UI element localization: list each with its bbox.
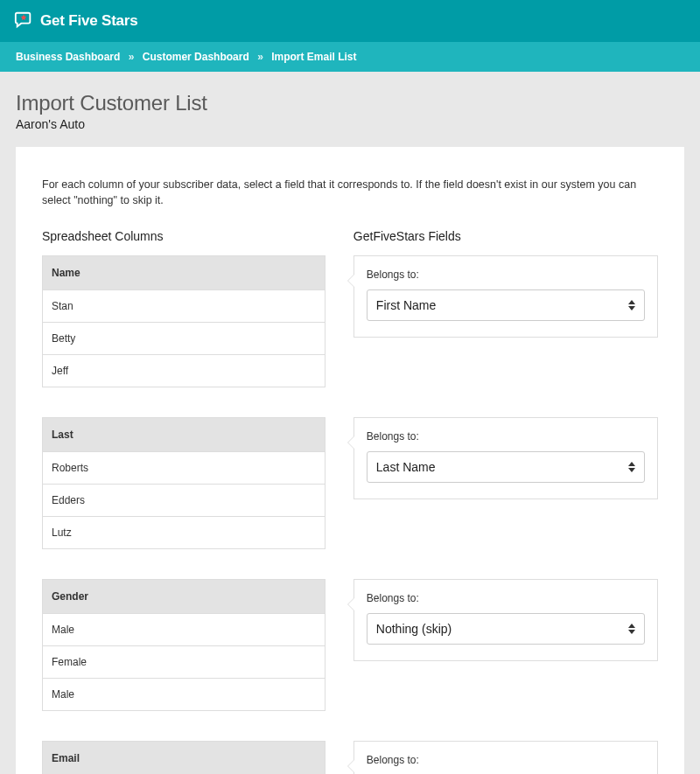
- spreadsheet-column-preview: Email stan@gmail.com betty@gmail.com jef…: [42, 741, 326, 774]
- column-sample-cell: Male: [43, 614, 325, 646]
- page-subtitle: Aaron's Auto: [0, 115, 700, 147]
- column-sample-cell: Jeff: [43, 355, 325, 387]
- column-header: Last: [43, 418, 325, 452]
- spreadsheet-column-preview: Name Stan Betty Jeff: [42, 255, 326, 387]
- field-select-value: First Name: [376, 298, 436, 312]
- breadcrumb-separator: »: [257, 51, 263, 63]
- select-arrows-icon: [628, 300, 635, 310]
- mapping-row: Last Roberts Edders Lutz Belongs to: Las…: [42, 417, 658, 549]
- column-header: Email: [43, 742, 325, 774]
- field-select[interactable]: First Name: [367, 289, 645, 321]
- mapping-row: Email stan@gmail.com betty@gmail.com jef…: [42, 741, 658, 774]
- column-sample-cell: Stan: [43, 290, 325, 323]
- column-sample-cell: Female: [43, 646, 325, 679]
- field-mapping-box: Belongs to: First Name: [354, 255, 658, 338]
- spreadsheet-column-preview: Gender Male Female Male: [42, 579, 326, 711]
- breadcrumb-item-customer[interactable]: Customer Dashboard: [143, 51, 249, 63]
- instructions-text: For each column of your subscriber data,…: [42, 177, 658, 208]
- breadcrumb-separator: »: [129, 51, 135, 63]
- breadcrumb-item-business[interactable]: Business Dashboard: [16, 51, 120, 63]
- field-select[interactable]: Last Name: [367, 451, 645, 483]
- field-mapping-box: Belongs to: Last Name: [354, 417, 658, 499]
- column-sample-cell: Roberts: [43, 452, 325, 485]
- belongs-to-label: Belongs to:: [367, 430, 645, 443]
- field-select[interactable]: Nothing (skip): [367, 613, 645, 645]
- field-mapping-box: Belongs to: Email: [354, 741, 658, 774]
- belongs-to-label: Belongs to:: [367, 268, 645, 281]
- mapping-row: Name Stan Betty Jeff Belongs to: First N…: [42, 255, 658, 387]
- column-sample-cell: Male: [43, 679, 325, 711]
- breadcrumb: Business Dashboard » Customer Dashboard …: [0, 42, 700, 72]
- select-arrows-icon: [628, 624, 635, 634]
- breadcrumb-item-import[interactable]: Import Email List: [271, 51, 356, 63]
- top-bar: Get Five Stars: [0, 0, 700, 42]
- belongs-to-label: Belongs to:: [367, 754, 645, 766]
- brand-logo[interactable]: Get Five Stars: [14, 10, 138, 32]
- column-header: Gender: [43, 580, 325, 614]
- spreadsheet-column-preview: Last Roberts Edders Lutz: [42, 417, 326, 549]
- column-sample-cell: Edders: [43, 485, 325, 517]
- brand-name: Get Five Stars: [40, 12, 138, 30]
- header-spreadsheet-columns: Spreadsheet Columns: [42, 229, 326, 243]
- select-arrows-icon: [628, 462, 635, 472]
- belongs-to-label: Belongs to:: [367, 592, 645, 604]
- header-getfivestars-fields: GetFiveStars Fields: [326, 229, 658, 243]
- field-mapping-box: Belongs to: Nothing (skip): [354, 579, 658, 661]
- import-card: For each column of your subscriber data,…: [16, 147, 684, 774]
- field-select-value: Last Name: [376, 460, 436, 474]
- page-title: Import Customer List: [0, 72, 700, 115]
- column-sample-cell: Betty: [43, 323, 325, 355]
- mapping-row: Gender Male Female Male Belongs to: Noth…: [42, 579, 658, 711]
- field-select-value: Nothing (skip): [376, 622, 452, 636]
- section-headers: Spreadsheet Columns GetFiveStars Fields: [42, 229, 658, 243]
- chat-star-icon: [14, 10, 33, 32]
- column-header: Name: [43, 256, 325, 290]
- column-sample-cell: Lutz: [43, 517, 325, 549]
